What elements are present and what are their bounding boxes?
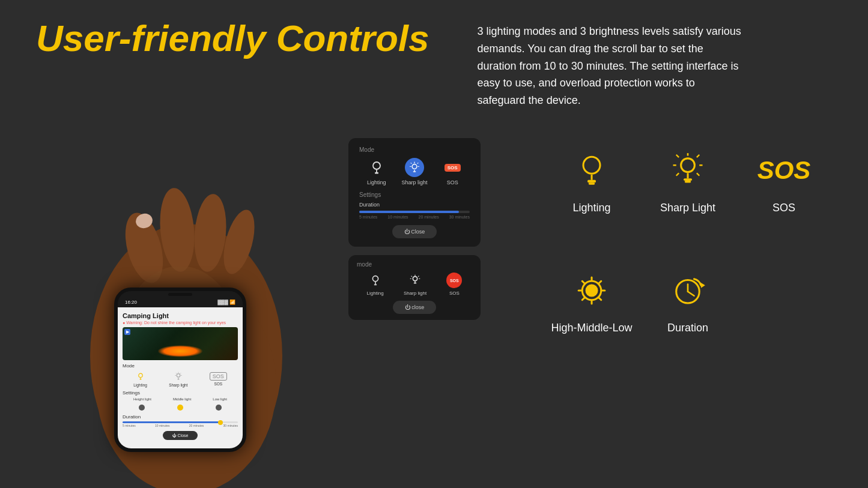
panel2-lighting-mode[interactable]: Lighting bbox=[367, 273, 384, 296]
header: User-friendly Controls 3 lighting modes … bbox=[36, 18, 832, 109]
panel1-sos-mode[interactable]: SOS SOS bbox=[443, 158, 462, 185]
svg-rect-49 bbox=[684, 178, 692, 181]
svg-line-38 bbox=[418, 276, 419, 277]
panel2-sos-mode[interactable]: SOS SOS bbox=[446, 273, 462, 296]
phone-brightness-thumbs bbox=[123, 403, 238, 412]
lighting-icon bbox=[568, 146, 616, 194]
svg-line-39 bbox=[411, 276, 412, 277]
panel1-duration-slider[interactable] bbox=[359, 211, 470, 213]
sos-icon-label: SOS bbox=[772, 202, 795, 214]
svg-line-64 bbox=[599, 298, 601, 300]
svg-line-69 bbox=[688, 291, 694, 295]
ui-panel-2: mode Lighting bbox=[348, 255, 481, 320]
phone-close-button[interactable]: ⏻ Close bbox=[163, 431, 198, 440]
phone-settings-label: Settings bbox=[123, 390, 238, 396]
svg-line-27 bbox=[417, 163, 419, 164]
phone-mode-sos[interactable]: SOS SOS bbox=[210, 372, 227, 386]
sos-text: SOS bbox=[757, 156, 811, 185]
svg-line-16 bbox=[180, 373, 181, 373]
sharp-light-icon bbox=[664, 146, 712, 194]
svg-rect-37 bbox=[414, 283, 417, 284]
svg-line-52 bbox=[676, 154, 679, 157]
svg-rect-33 bbox=[374, 284, 377, 285]
svg-line-17 bbox=[176, 373, 177, 373]
svg-point-23 bbox=[412, 164, 417, 169]
phone-area: 16:20 ▓▓▓ 📶 Camping Light ● Warning: Do … bbox=[72, 116, 300, 488]
svg-point-42 bbox=[583, 157, 600, 173]
icon-brightness: High-Middle-Low bbox=[544, 240, 640, 360]
svg-rect-11 bbox=[139, 379, 141, 380]
svg-marker-70 bbox=[701, 282, 705, 288]
svg-line-51 bbox=[697, 154, 699, 157]
phone-mode-sharp[interactable]: Sharp light bbox=[169, 371, 187, 387]
svg-point-9 bbox=[138, 373, 142, 377]
panel1-time-labels: 5 minutes 10 minutes 20 minutes 30 minut… bbox=[359, 215, 470, 219]
phone-mockup: 16:20 ▓▓▓ 📶 Camping Light ● Warning: Do … bbox=[114, 288, 246, 452]
phone-app-title: Camping Light bbox=[123, 312, 238, 319]
panel1-settings-label: Settings bbox=[359, 191, 470, 198]
phone-mode-row: Lighting bbox=[123, 371, 238, 387]
panel2-sharp-mode[interactable]: Sharp light bbox=[404, 273, 426, 296]
panel1-mode-label: Mode bbox=[359, 146, 470, 153]
svg-point-34 bbox=[413, 277, 417, 281]
icon-sos: SOS SOS bbox=[736, 120, 832, 240]
ui-panels: Mode Lighting bbox=[348, 138, 481, 320]
phone-time: 16:20 bbox=[125, 300, 137, 305]
phone-status-bar: 16:20 ▓▓▓ 📶 bbox=[118, 297, 243, 307]
svg-line-63 bbox=[582, 281, 584, 283]
icon-duration: Duration bbox=[640, 240, 736, 360]
panel2-mode-label: mode bbox=[357, 261, 472, 268]
svg-point-31 bbox=[372, 276, 378, 282]
svg-line-56 bbox=[676, 173, 679, 175]
phone-duration-label: Duration bbox=[123, 414, 238, 420]
svg-rect-50 bbox=[685, 181, 691, 183]
svg-line-55 bbox=[697, 173, 699, 175]
svg-point-46 bbox=[681, 158, 695, 172]
phone-signal: ▓▓▓ 📶 bbox=[217, 300, 235, 305]
panel1-mode-row: Lighting Sharp light bbox=[359, 158, 470, 185]
svg-rect-44 bbox=[587, 179, 596, 182]
svg-point-12 bbox=[177, 374, 180, 378]
svg-line-65 bbox=[599, 281, 601, 283]
phone-mode-lighting[interactable]: Lighting bbox=[133, 371, 147, 387]
duration-icon-label: Duration bbox=[667, 322, 708, 334]
panel1-lighting-mode[interactable]: Lighting bbox=[367, 158, 386, 185]
svg-rect-45 bbox=[589, 182, 595, 185]
svg-rect-22 bbox=[375, 172, 378, 174]
svg-rect-26 bbox=[413, 171, 416, 172]
svg-point-57 bbox=[586, 284, 598, 297]
brightness-icon-label: High-Middle-Low bbox=[551, 322, 632, 334]
phone-brightness-options: Height light Middle light Low light bbox=[123, 397, 238, 401]
svg-point-20 bbox=[373, 162, 380, 169]
phone-warning: ● Warning: Do not shine the camping ligh… bbox=[123, 321, 238, 325]
icon-lighting: Lighting bbox=[544, 120, 640, 240]
phone-app-content: Camping Light ● Warning: Do not shine th… bbox=[118, 307, 243, 448]
panel1-sharp-mode[interactable]: Sharp light bbox=[401, 158, 427, 185]
svg-rect-15 bbox=[177, 379, 179, 380]
icons-section: Lighting Sharp Light SOS bbox=[544, 120, 832, 360]
sharp-light-icon-label: Sharp Light bbox=[660, 202, 715, 214]
ui-panel-1: Mode Lighting bbox=[348, 138, 481, 247]
phone-camp-image: ▶ bbox=[123, 327, 238, 360]
sos-icon: SOS bbox=[760, 146, 808, 194]
phone-mode-section-label: Mode bbox=[123, 363, 238, 369]
brightness-icon bbox=[568, 267, 616, 315]
panel2-close-button[interactable]: ⏻ close bbox=[393, 301, 437, 314]
panel2-mode-row: Lighting Sharp light bbox=[357, 273, 472, 296]
main-title: User-friendly Controls bbox=[36, 18, 429, 59]
panel1-duration-label: Duration bbox=[359, 202, 470, 208]
phone-duration-slider[interactable]: 5 minutes 10 minutes 20 minutes 30 minut… bbox=[123, 421, 238, 427]
icon-sharp-light: Sharp Light bbox=[640, 120, 736, 240]
duration-icon bbox=[664, 267, 712, 315]
panel1-close-button[interactable]: ⏻ Close bbox=[392, 225, 437, 238]
lighting-icon-label: Lighting bbox=[572, 202, 610, 214]
description-text: 3 lighting modes and 3 brightness levels… bbox=[478, 18, 742, 109]
svg-line-28 bbox=[411, 163, 412, 164]
svg-line-66 bbox=[582, 298, 584, 300]
